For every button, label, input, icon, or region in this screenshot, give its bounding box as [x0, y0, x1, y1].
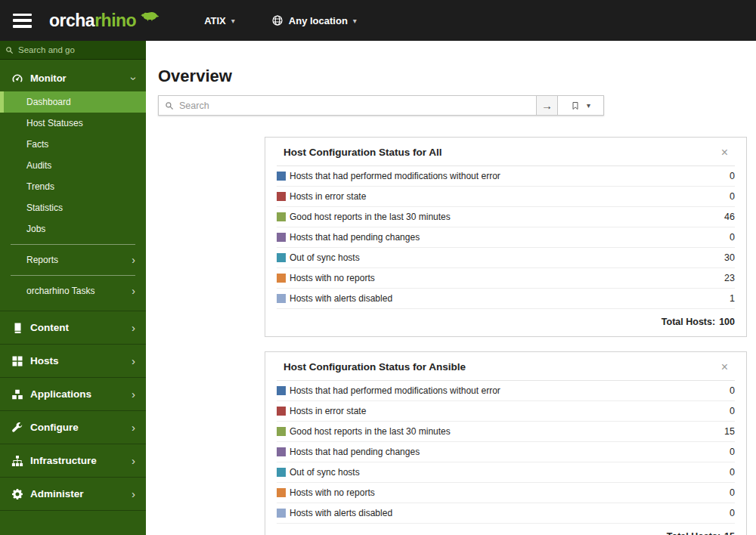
- total-hosts-value: 100: [719, 317, 735, 327]
- hamburger-menu-icon[interactable]: [13, 14, 33, 28]
- status-label[interactable]: Hosts with no reports: [290, 273, 375, 283]
- status-label[interactable]: Hosts with alerts disabled: [290, 293, 392, 304]
- chevron-right-icon: ›: [132, 391, 135, 398]
- chevron-right-icon: ›: [132, 457, 135, 465]
- status-count: 15: [724, 426, 735, 437]
- status-label[interactable]: Hosts that had performed modifications w…: [290, 171, 500, 181]
- caret-down-icon: ▾: [587, 101, 590, 110]
- sidebar-main-sections: Content › Hosts › Applications ›: [0, 311, 146, 510]
- caret-down-icon: ▾: [231, 17, 235, 25]
- status-label[interactable]: Hosts with no reports: [290, 487, 375, 498]
- status-count: 0: [730, 467, 735, 478]
- sidebar-search[interactable]: [0, 41, 146, 60]
- status-swatch: [277, 427, 286, 436]
- status-row[interactable]: Out of sync hosts 0: [277, 462, 735, 483]
- sidebar-section-hosts[interactable]: Hosts ›: [0, 344, 146, 377]
- status-swatch: [277, 447, 286, 456]
- sidebar-item-host-statuses[interactable]: Host Statuses: [0, 113, 146, 134]
- dashboard-widgets: Host Configuration Status for All × Host…: [265, 137, 747, 535]
- sidebar-section-infrastructure[interactable]: Infrastructure ›: [0, 444, 146, 477]
- location-menu[interactable]: Any location ▾: [271, 14, 357, 26]
- close-icon[interactable]: ×: [721, 148, 728, 157]
- status-row[interactable]: Hosts in error state 0: [277, 187, 735, 207]
- chevron-right-icon: ›: [132, 357, 135, 365]
- sidebar-item-facts[interactable]: Facts: [0, 134, 146, 155]
- app-window: orcharhino ATIX ▾ Any location ▾: [0, 0, 756, 535]
- status-row[interactable]: Hosts with alerts disabled 0: [277, 503, 735, 524]
- sidebar-search-input[interactable]: [18, 45, 141, 54]
- divider: [11, 275, 135, 276]
- status-label[interactable]: Hosts in error state: [290, 406, 366, 416]
- sidebar-item-label: Trends: [26, 181, 54, 192]
- status-swatch: [277, 509, 286, 518]
- status-row[interactable]: Good host reports in the last 30 minutes…: [277, 207, 735, 227]
- status-swatch: [277, 468, 286, 477]
- status-row[interactable]: Hosts with alerts disabled 1: [277, 289, 735, 309]
- sidebar-item-label: Statistics: [26, 203, 63, 213]
- status-label[interactable]: Good host reports in the last 30 minutes: [290, 426, 451, 437]
- sidebar-item-label: Reports: [26, 255, 58, 265]
- sidebar-section-applications[interactable]: Applications ›: [0, 377, 146, 410]
- status-row[interactable]: Hosts that had performed modifications w…: [277, 381, 735, 401]
- sidebar-item-reports[interactable]: Reports ›: [0, 249, 146, 271]
- close-icon[interactable]: ×: [721, 363, 728, 372]
- top-navbar: orcharhino ATIX ▾ Any location ▾: [0, 0, 756, 41]
- status-count: 0: [730, 171, 735, 181]
- sidebar-section-monitor[interactable]: Monitor ›: [0, 65, 146, 91]
- status-label[interactable]: Hosts that had performed modifications w…: [290, 385, 500, 396]
- status-label[interactable]: Hosts in error state: [290, 191, 366, 202]
- sidebar-section-configure[interactable]: Configure ›: [0, 410, 146, 444]
- sidebar-section-content[interactable]: Content ›: [0, 311, 146, 344]
- status-row[interactable]: Hosts that had pending changes 0: [277, 442, 735, 462]
- status-row[interactable]: Hosts in error state 0: [277, 401, 735, 422]
- section-label: Applications: [30, 388, 91, 400]
- status-label[interactable]: Hosts that had pending changes: [290, 232, 420, 243]
- brand-text-primary: orcha: [49, 11, 94, 30]
- search-submit-button[interactable]: →: [537, 95, 558, 116]
- location-label: Any location: [289, 15, 348, 26]
- brand-logo[interactable]: orcharhino: [49, 11, 160, 31]
- status-row[interactable]: Good host reports in the last 30 minutes…: [277, 422, 735, 442]
- status-swatch: [277, 233, 286, 242]
- chevron-right-icon: ›: [132, 256, 135, 264]
- section-label: Configure: [30, 422, 79, 433]
- chevron-right-icon: ›: [132, 287, 135, 295]
- sidebar-item-jobs[interactable]: Jobs: [0, 218, 146, 240]
- card-header: Host Configuration Status for Ansible ×: [277, 352, 735, 381]
- search-input-group[interactable]: [158, 95, 537, 116]
- status-count: 30: [724, 252, 735, 263]
- sidebar: Monitor › Dashboard Host Statuses Facts …: [0, 41, 146, 535]
- status-row[interactable]: Hosts that had pending changes 0: [277, 227, 735, 248]
- status-label[interactable]: Out of sync hosts: [290, 467, 360, 478]
- sidebar-item-statistics[interactable]: Statistics: [0, 197, 146, 218]
- chevron-down-icon: ›: [130, 76, 138, 80]
- sidebar-item-label: Dashboard: [26, 97, 71, 107]
- status-label[interactable]: Hosts that had pending changes: [290, 447, 420, 457]
- status-swatch: [277, 253, 286, 262]
- arrow-right-icon: →: [541, 99, 553, 112]
- sidebar-item-label: Audits: [26, 160, 51, 171]
- status-row[interactable]: Out of sync hosts 30: [277, 248, 735, 268]
- status-label[interactable]: Hosts with alerts disabled: [290, 508, 392, 518]
- total-hosts-value: 15: [724, 531, 735, 535]
- status-label[interactable]: Good host reports in the last 30 minutes: [290, 212, 451, 222]
- organization-menu[interactable]: ATIX ▾: [204, 15, 235, 26]
- organization-label: ATIX: [204, 15, 226, 26]
- brand-text-secondary: rhino: [94, 11, 136, 30]
- search-input[interactable]: [179, 101, 530, 111]
- sidebar-section-administer[interactable]: Administer ›: [0, 477, 146, 510]
- total-hosts-label: Total Hosts:: [667, 531, 720, 535]
- sidebar-item-dashboard[interactable]: Dashboard: [0, 91, 146, 113]
- sidebar-item-audits[interactable]: Audits: [0, 155, 146, 176]
- sidebar-item-orcharhino-tasks[interactable]: orcharhino Tasks ›: [0, 280, 146, 302]
- status-row[interactable]: Hosts with no reports 0: [277, 483, 735, 503]
- tachometer-icon: [11, 72, 23, 85]
- sidebar-item-trends[interactable]: Trends: [0, 176, 146, 197]
- bookmark-dropdown-button[interactable]: ▾: [558, 95, 604, 116]
- section-label: Infrastructure: [30, 455, 97, 466]
- status-row[interactable]: Hosts with no reports 23: [277, 268, 735, 289]
- status-count: 0: [730, 447, 735, 457]
- total-hosts: Total Hosts: 15: [277, 524, 735, 535]
- status-row[interactable]: Hosts that had performed modifications w…: [277, 166, 735, 187]
- status-label[interactable]: Out of sync hosts: [290, 252, 360, 263]
